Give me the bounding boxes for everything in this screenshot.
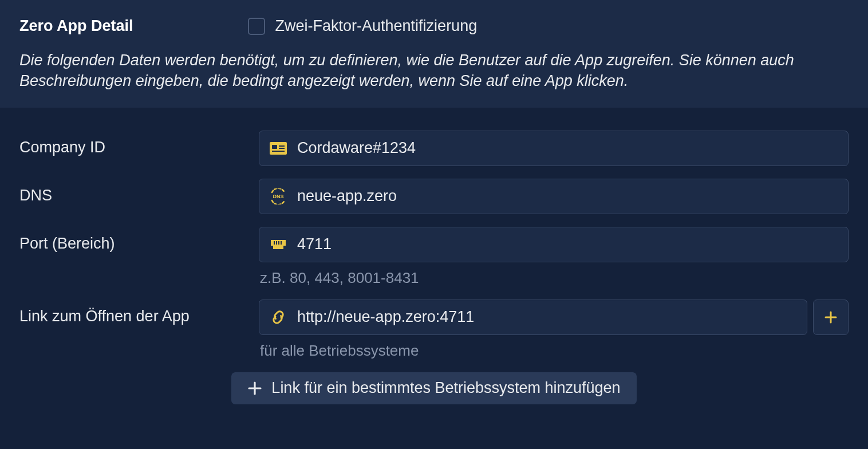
svg-rect-4	[272, 151, 285, 152]
svg-rect-7	[276, 241, 277, 245]
helper-port: z.B. 80, 443, 8001-8431	[260, 269, 849, 287]
two-factor-checkbox[interactable]	[248, 18, 265, 35]
row-port: Port (Bereich) z.B. 80, 443, 8001-8431	[19, 227, 849, 287]
input-dns[interactable]	[297, 187, 838, 205]
label-port: Port (Bereich)	[19, 227, 259, 253]
section-description: Die folgenden Daten werden benötigt, um …	[19, 50, 849, 92]
plus-icon	[824, 310, 838, 324]
add-link-button[interactable]	[813, 300, 849, 335]
svg-rect-6	[274, 241, 275, 245]
row-link: Link zum Öffnen der App für alle Betrieb…	[19, 300, 849, 360]
input-link-box[interactable]	[259, 300, 807, 335]
row-dns: DNS DNS	[19, 179, 849, 214]
input-link[interactable]	[297, 308, 796, 326]
two-factor-label: Zwei-Faktor-Authentifizierung	[275, 17, 478, 35]
header-panel: Zero App Detail Zwei-Faktor-Authentifizi…	[0, 0, 868, 108]
svg-rect-9	[281, 241, 282, 245]
label-link: Link zum Öffnen der App	[19, 300, 259, 325]
input-dns-box[interactable]: DNS	[259, 179, 849, 214]
svg-rect-3	[279, 148, 285, 149]
input-company-id-box[interactable]	[259, 131, 849, 166]
svg-rect-2	[279, 145, 285, 147]
form-area: Company ID DNS DNS Port (Bereich)	[0, 108, 868, 416]
input-port[interactable]	[297, 235, 838, 253]
svg-rect-8	[278, 241, 279, 245]
input-port-box[interactable]	[259, 227, 849, 262]
helper-link: für alle Betriebssysteme	[260, 342, 849, 360]
plus-icon	[247, 381, 262, 396]
id-card-icon	[270, 140, 287, 156]
svg-rect-1	[272, 145, 277, 149]
ethernet-icon	[270, 237, 287, 253]
link-icon	[270, 309, 287, 325]
label-dns: DNS	[19, 179, 259, 204]
label-company-id: Company ID	[19, 131, 259, 156]
row-company-id: Company ID	[19, 131, 849, 166]
add-os-link-label: Link für ein bestimmtes Betriebssystem h…	[271, 379, 620, 397]
add-os-link-button[interactable]: Link für ein bestimmtes Betriebssystem h…	[231, 372, 636, 404]
input-company-id[interactable]	[297, 139, 838, 157]
two-factor-checkbox-wrap[interactable]: Zwei-Faktor-Authentifizierung	[248, 17, 478, 35]
section-title: Zero App Detail	[19, 17, 133, 35]
svg-text:DNS: DNS	[273, 194, 283, 199]
dns-icon: DNS	[270, 188, 287, 204]
